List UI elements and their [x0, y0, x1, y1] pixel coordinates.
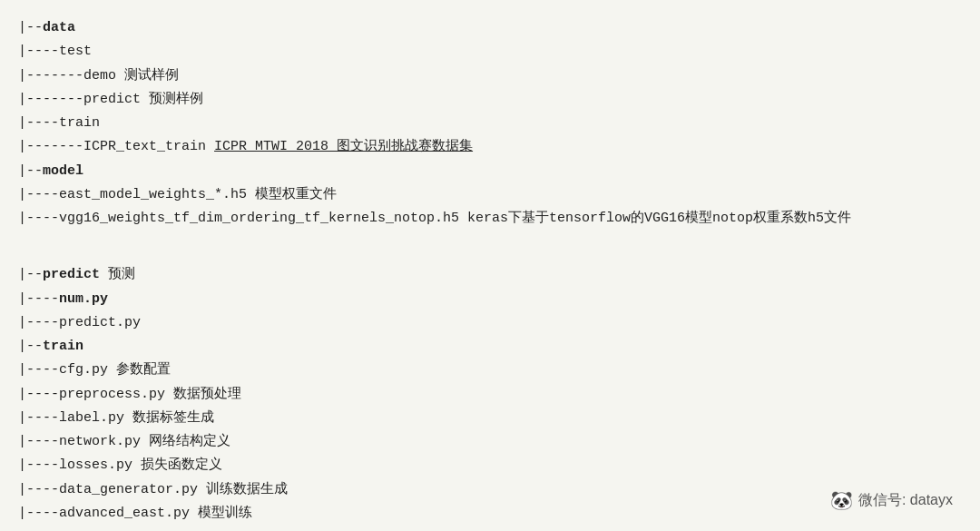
- content-line: |-------predict 预测样例: [18, 88, 962, 112]
- watermark-icon: 🐼: [830, 489, 853, 511]
- content-line: |-------ICPR_text_train ICPR_MTWI_2018_图…: [18, 135, 962, 159]
- content-line: |-------demo 测试样例: [18, 64, 962, 88]
- line-segment: |----east_model_weights_*.h5 模型权重文件: [18, 187, 337, 202]
- line-segment: |----vgg16_weights_tf_dim_ordering_tf_ke…: [18, 211, 851, 226]
- content-line: |----network.py 网络结构定义: [18, 430, 962, 454]
- line-segment: train: [43, 339, 83, 354]
- line-segment: |----test: [18, 44, 92, 59]
- line-segment: |--: [18, 339, 43, 354]
- line-segment: |----train: [18, 115, 100, 131]
- empty-line: [18, 231, 962, 247]
- content-area: |--data|----test|-------demo 测试样例|------…: [18, 16, 962, 526]
- content-line: |----label.py 数据标签生成: [18, 407, 962, 430]
- line-segment: |----preprocess.py 数据预处理: [18, 387, 241, 402]
- content-line: |--data: [18, 16, 962, 40]
- line-segment: ICPR_MTWI_2018_图文识别挑战赛数据集: [214, 139, 473, 154]
- line-segment: |----losses.py 损失函数定义: [18, 457, 222, 473]
- line-segment: |----: [18, 291, 59, 307]
- content-line: |----preprocess.py 数据预处理: [18, 383, 962, 407]
- empty-line: [18, 247, 962, 263]
- line-segment: |-------ICPR_text_train: [18, 139, 214, 154]
- line-segment: data: [43, 20, 75, 35]
- content-line: |----cfg.py 参数配置: [18, 359, 962, 382]
- line-segment: predict: [43, 267, 100, 282]
- line-segment: |----label.py 数据标签生成: [18, 410, 214, 426]
- content-line: |----losses.py 损失函数定义: [18, 454, 962, 477]
- line-segment: |----network.py 网络结构定义: [18, 434, 230, 449]
- line-segment: 预测: [100, 267, 135, 282]
- watermark: 🐼 微信号: datayx: [830, 489, 953, 511]
- content-line: |----num.py: [18, 288, 962, 311]
- line-segment: |--: [18, 267, 43, 282]
- line-segment: |----cfg.py 参数配置: [18, 362, 171, 378]
- content-line: |----east_model_weights_*.h5 模型权重文件: [18, 183, 962, 207]
- content-line: |--model: [18, 160, 962, 183]
- line-segment: |-------demo 测试样例: [18, 68, 179, 84]
- line-segment: model: [43, 163, 83, 179]
- content-line: |----test: [18, 40, 962, 64]
- watermark-text: 微信号: datayx: [858, 491, 953, 510]
- content-line: |--train: [18, 335, 962, 359]
- content-line: |----train: [18, 112, 962, 135]
- content-line: |----predict.py: [18, 311, 962, 335]
- line-segment: |----predict.py: [18, 315, 141, 330]
- line-segment: |--: [18, 20, 43, 35]
- content-line: |----vgg16_weights_tf_dim_ordering_tf_ke…: [18, 207, 962, 231]
- content-line: |----data_generator.py 训练数据生成: [18, 478, 962, 502]
- line-segment: num.py: [59, 291, 108, 307]
- line-segment: |--: [18, 163, 43, 179]
- content-line: |--predict 预测: [18, 263, 962, 287]
- content-line: |----advanced_east.py 模型训练: [18, 502, 962, 526]
- line-segment: |----advanced_east.py 模型训练: [18, 506, 252, 521]
- line-segment: |----data_generator.py 训练数据生成: [18, 482, 288, 497]
- line-segment: |-------predict 预测样例: [18, 92, 203, 107]
